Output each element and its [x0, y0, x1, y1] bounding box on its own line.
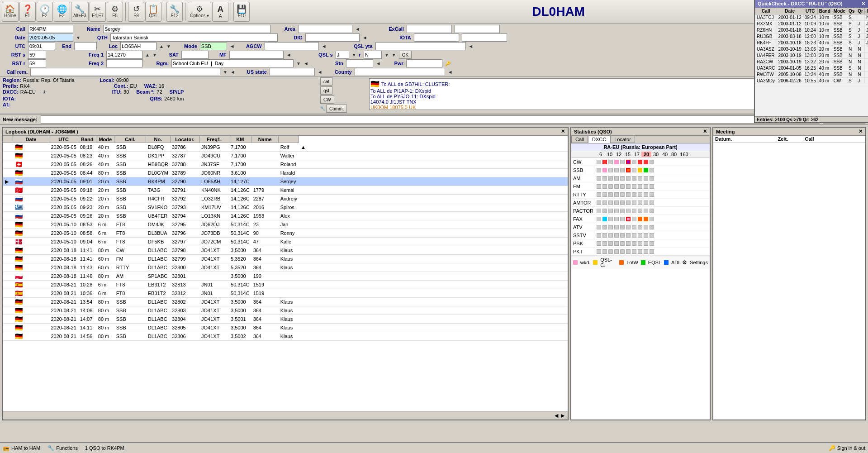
comm-button[interactable]: Comm. — [326, 105, 347, 113]
call-input[interactable] — [28, 25, 73, 33]
legend-settings-label[interactable]: Settings — [690, 260, 708, 265]
loc-arrow-up[interactable]: ▲ — [159, 44, 164, 49]
logbook-row[interactable]: 🇩🇰2020-05-1009:046 mFT8DF5KB32797JO72CM5… — [3, 238, 568, 246]
freq1-arrow-dn[interactable]: ▼ — [152, 52, 157, 57]
cw-button[interactable]: CW — [320, 95, 334, 104]
statusbar-sign-in[interactable]: 🔑 Sign in & out — [829, 445, 865, 451]
pwr-icon[interactable]: 🔑 — [445, 61, 451, 66]
scroll-right-btn[interactable]: ► — [560, 412, 566, 419]
date-picker-icon[interactable]: ▼ — [76, 35, 81, 40]
logbook-row[interactable]: ▶🇷🇺2020-05-0509:0120 mSSBRK4PM32790LO65A… — [3, 177, 568, 186]
logbook-row[interactable]: 🇷🇺2020-05-0509:2220 mSSBR4CFR32792LO32RB… — [3, 195, 568, 203]
meeting-close-icon[interactable]: ✕ — [859, 129, 863, 134]
agcw-arrow[interactable]: ◄ — [322, 43, 327, 49]
dig-arrow[interactable]: ◄ — [362, 35, 367, 40]
freq1-input[interactable] — [106, 51, 142, 59]
qsl-yta-arrow[interactable]: ◄ — [469, 43, 474, 49]
tab-dxcc[interactable]: DXCC — [588, 136, 610, 143]
logbook-row[interactable]: 🇩🇪2020-05-1008:536 mFT8DM4JK32795JO62OJ5… — [3, 220, 568, 229]
mode-arrow[interactable]: ◄ — [230, 43, 235, 49]
callrem-input[interactable] — [30, 68, 220, 76]
qsl-yta-input[interactable] — [375, 42, 466, 50]
qc-row[interactable]: UA3TCJ2003-01-1209:2410 mSSBSNL — [755, 14, 868, 21]
date-input[interactable] — [28, 33, 73, 42]
f12-button[interactable]: 🔧 F12 — [166, 2, 183, 22]
dig-input[interactable] — [305, 33, 360, 42]
qc-row[interactable]: RU3GB2003-03-1812:0010 mSSBSJJEL — [755, 33, 868, 40]
excall-input2[interactable] — [455, 25, 500, 33]
f8-button[interactable]: ⚙ F8 — [107, 2, 123, 22]
logbook-row[interactable]: 🇩🇪2020-08-2114:0780 mSSBDL1ABC32804JO41X… — [3, 315, 568, 324]
logbook-row[interactable]: 🇪🇸2020-08-2110:366 mFT8EB31T232812JN0150… — [3, 289, 568, 298]
logbook-row[interactable]: 🇷🇺2020-05-0509:2620 mSSBUB4FER32794LO13K… — [3, 212, 568, 220]
area-arrow[interactable]: ◄ — [355, 26, 360, 32]
us-state-arrow[interactable]: ◄ — [318, 69, 323, 75]
qc-row[interactable]: RK4FF2003-10-1818:2340 mSSBSJJEL — [755, 40, 868, 46]
end-input[interactable] — [74, 42, 97, 50]
f9-button[interactable]: ↺ F9 — [128, 2, 144, 22]
logbook-row[interactable]: 🇵🇱2020-08-1811:4680 mAMSP1ABC328013,5000… — [3, 272, 568, 281]
logbook-row[interactable]: 🇩🇪2020-05-0508:2340 mSSBDK1PP32787JO49CU… — [3, 152, 568, 160]
mf-input[interactable] — [229, 51, 284, 59]
tab-call[interactable]: Call — [571, 136, 588, 143]
r-input[interactable] — [364, 51, 382, 59]
iota-input[interactable] — [414, 33, 459, 42]
logbook-row[interactable]: 🇩🇪2020-05-1008:586 mFT8DL3BUA32796JO73DB… — [3, 229, 568, 238]
cat-button[interactable]: cat — [320, 77, 332, 86]
rst-s-input[interactable] — [28, 51, 46, 59]
qc-row[interactable]: UA4FER2003-10-1913:0020 mSSBNN — [755, 52, 868, 59]
r-dd[interactable]: ▼ — [384, 52, 389, 57]
qc-table-container[interactable]: Call Date UTC Band Mode Qs Qr NL UA3TCJ2… — [755, 8, 868, 116]
qc-row[interactable]: RA3CW2003-10-1913:3220 mSSBNN — [755, 59, 868, 65]
a-button[interactable]: A A — [212, 2, 228, 22]
f3-button[interactable]: 🌐 F3 — [54, 2, 70, 22]
area-input[interactable] — [298, 25, 352, 33]
county-arrow[interactable]: ◄ — [448, 69, 453, 75]
agcw-input[interactable] — [265, 42, 319, 50]
qc-row[interactable]: UA3ARC2004-01-0516:2540 mSSBSN — [755, 65, 868, 72]
qsl-s-input[interactable] — [336, 51, 349, 59]
callrem-dd[interactable]: ▼ — [223, 70, 228, 75]
stn-arrow[interactable]: ◄ — [376, 61, 381, 66]
freq2-input[interactable] — [106, 59, 142, 67]
logbook-row[interactable]: 🇩🇪2020-08-1811:4180 mCWDL1ABC32798JO41XT… — [3, 246, 568, 255]
ok-button[interactable]: OK — [399, 51, 412, 59]
qsl-button-cluster[interactable]: qsl — [320, 86, 332, 95]
rst-r-input[interactable] — [28, 59, 46, 67]
logbook-table-container[interactable]: Date UTC Band Mode Call. No. Locator. Fr… — [3, 136, 568, 411]
freq1-arrow[interactable]: ▲ — [145, 52, 150, 57]
rgm-input[interactable] — [171, 59, 294, 67]
rgm-dd[interactable]: ▼ — [296, 61, 301, 66]
stats-close-icon[interactable]: ✕ — [703, 129, 707, 134]
r-dd2[interactable]: ▼ — [392, 52, 396, 57]
loc-input[interactable] — [120, 42, 157, 50]
utc-input[interactable] — [28, 42, 55, 50]
logbook-row[interactable]: 🇩🇪2020-08-1811:4160 mFMDL1ABC32799JO41XT… — [3, 255, 568, 263]
f10-button[interactable]: 💾 F10 — [233, 2, 250, 22]
name-input[interactable] — [103, 25, 270, 33]
logbook-row[interactable]: 🇩🇪2020-05-0508:1940 mSSBDL8FQ32786JN39PG… — [3, 143, 568, 152]
qc-close-icon[interactable]: ✕ — [861, 1, 865, 7]
excall-input[interactable] — [407, 25, 452, 33]
rgm-arrow[interactable]: ◄ — [304, 61, 308, 66]
logbook-close-icon[interactable]: ✕ — [561, 129, 565, 134]
qc-row[interactable]: RZ6HN2003-01-1810:2410 mSSBSJJEL — [755, 27, 868, 33]
logbook-row[interactable]: 🇩🇪2020-08-2114:1180 mSSBDL1ABC32805JO41X… — [3, 324, 568, 332]
f2-button[interactable]: 🕐 F2 — [37, 2, 53, 22]
logbook-row[interactable]: 🇨🇭2020-05-0508:2640 mSSBHB9BQR32788JN37S… — [3, 160, 568, 169]
tab-locator[interactable]: Locator — [610, 136, 635, 143]
mode-input[interactable] — [200, 42, 227, 50]
altf3-button[interactable]: 🔧 Alt+F3 — [71, 2, 89, 22]
logbook-row[interactable]: 🇩🇪2020-05-0508:4480 mSSBDL0GYM32789JO60N… — [3, 169, 568, 177]
qc-row[interactable]: RX3MX2003-01-1210:0910 mSSBSJJEL — [755, 21, 868, 27]
iota-input2[interactable] — [462, 33, 507, 42]
logbook-row[interactable]: 🇹🇷2020-05-0509:1820 mSSBTA3G32791KN40NK1… — [3, 186, 568, 195]
us-state-input[interactable] — [270, 68, 315, 76]
logbook-row[interactable]: 🇬🇷2020-05-0509:2320 mSSBSV1FKO32793KM17U… — [3, 203, 568, 212]
statusbar-functions[interactable]: 🔧 Functions — [47, 445, 78, 451]
logbook-row[interactable]: 🇩🇪2020-08-2114:0680 mSSBDL1ABC32803JO41X… — [3, 306, 568, 315]
logbook-row[interactable]: 🇩🇪2020-08-2114:5680 mSSBDL1ABC32806JO41X… — [3, 332, 568, 341]
qc-row[interactable]: UA3ASZ2003-10-1913:0620 mSSBNN — [755, 46, 868, 52]
pwr-input[interactable] — [406, 59, 442, 67]
qth-input[interactable] — [110, 33, 278, 42]
